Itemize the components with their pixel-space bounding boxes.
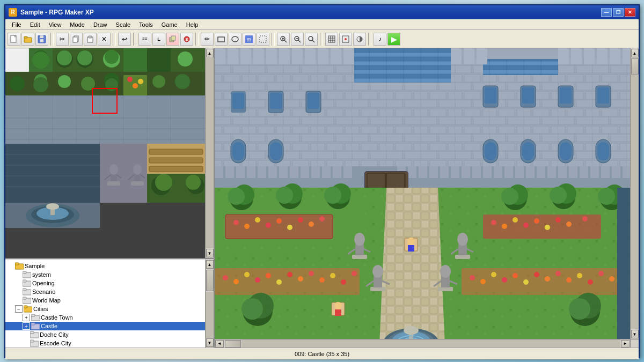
zoom-custom-button[interactable] bbox=[305, 33, 318, 46]
svg-rect-3 bbox=[24, 36, 27, 38]
svg-rect-86 bbox=[107, 181, 120, 186]
map-scroll-up[interactable]: ▲ bbox=[631, 49, 639, 57]
undo-button[interactable]: ↩ bbox=[118, 33, 131, 46]
toolbar: ✂ ✕ ↩ ≡≡ L E ✏ ⊞ bbox=[5, 30, 639, 48]
map-scroll-down[interactable]: ▼ bbox=[631, 330, 639, 338]
menu-edit[interactable]: Edit bbox=[26, 20, 45, 29]
separator-5 bbox=[272, 33, 275, 46]
ellipse-button[interactable] bbox=[229, 33, 241, 46]
menu-mode[interactable]: Mode bbox=[65, 20, 89, 29]
menu-tools[interactable]: Tools bbox=[135, 20, 157, 29]
zoom-in-button[interactable] bbox=[277, 33, 290, 46]
paste-button[interactable] bbox=[84, 33, 97, 46]
svg-rect-5 bbox=[40, 35, 43, 38]
pencil-button[interactable]: ✏ bbox=[201, 33, 214, 46]
map-canvas-area[interactable]: ▲ ▼ ◄ ► bbox=[215, 48, 639, 348]
separator-1 bbox=[50, 33, 54, 46]
tree-scroll-down[interactable]: ▼ bbox=[206, 338, 214, 347]
upper-layer-button[interactable] bbox=[166, 33, 179, 46]
tileset-scroll-down[interactable]: ▼ bbox=[206, 249, 214, 257]
tileset-scroll-up[interactable]: ▲ bbox=[206, 49, 214, 57]
svg-point-64 bbox=[133, 83, 138, 88]
map-scroll-right[interactable]: ► bbox=[621, 340, 630, 348]
tree-item-escode-city[interactable]: Escode City bbox=[5, 339, 214, 348]
svg-point-16 bbox=[232, 36, 238, 42]
svg-rect-113 bbox=[15, 263, 19, 265]
svg-point-65 bbox=[138, 79, 143, 84]
svg-point-102 bbox=[155, 174, 172, 191]
menu-view[interactable]: View bbox=[45, 20, 66, 29]
cut-button[interactable]: ✂ bbox=[56, 33, 69, 46]
svg-text:E: E bbox=[186, 38, 188, 41]
tree-scroll-up[interactable]: ▲ bbox=[206, 260, 214, 269]
event-layer-button[interactable]: E bbox=[180, 33, 193, 46]
svg-rect-51 bbox=[147, 48, 171, 72]
tileset-area[interactable]: ▲ ▼ bbox=[5, 48, 214, 259]
svg-line-28 bbox=[312, 40, 314, 42]
grid-button[interactable] bbox=[325, 33, 338, 46]
tree-vscroll[interactable]: ▲ ▼ bbox=[205, 260, 214, 348]
svg-point-44 bbox=[57, 50, 72, 65]
menu-file[interactable]: File bbox=[8, 20, 26, 29]
play-button[interactable]: ▶ bbox=[387, 33, 400, 46]
tree-item-sample[interactable]: Sample bbox=[5, 262, 214, 270]
map-scroll-thumb-v[interactable] bbox=[631, 58, 639, 75]
svg-point-55 bbox=[10, 76, 25, 91]
castle-town-expander[interactable]: + bbox=[23, 314, 30, 321]
copy-button[interactable] bbox=[70, 33, 83, 46]
map-scroll-left[interactable]: ◄ bbox=[215, 340, 224, 348]
tree-item-world-map[interactable]: World Map bbox=[5, 296, 214, 305]
svg-point-53 bbox=[178, 51, 193, 67]
menu-game[interactable]: Game bbox=[157, 20, 182, 29]
event-grid-button[interactable] bbox=[339, 33, 352, 46]
open-button[interactable] bbox=[21, 33, 34, 46]
tree-scroll-thumb[interactable] bbox=[206, 270, 214, 291]
fill-button[interactable]: ⊞ bbox=[243, 33, 255, 46]
tree-item-opening[interactable]: Opening bbox=[5, 279, 214, 287]
tree-item-doche-city[interactable]: Doche City bbox=[5, 330, 214, 339]
titlebar: R Sample - RPG Maker XP — ❐ ✕ bbox=[5, 5, 639, 19]
tree-scroll-area[interactable]: Sample system bbox=[5, 260, 214, 348]
delete-button[interactable]: ✕ bbox=[98, 33, 111, 46]
svg-rect-119 bbox=[23, 289, 26, 291]
layers-button[interactable]: ≡≡ bbox=[138, 33, 151, 46]
separator-6 bbox=[320, 33, 323, 46]
map-vscroll[interactable]: ▲ ▼ bbox=[630, 48, 639, 339]
tree-item-cities[interactable]: − Cities bbox=[5, 305, 214, 313]
svg-rect-91 bbox=[131, 181, 144, 186]
window-title: Sample - RPG Maker XP bbox=[20, 9, 601, 16]
svg-rect-123 bbox=[24, 306, 27, 308]
svg-rect-38 bbox=[5, 48, 29, 72]
menu-draw[interactable]: Draw bbox=[89, 20, 112, 29]
restore-button[interactable]: ❐ bbox=[613, 8, 624, 17]
map-hscroll[interactable]: ◄ ► bbox=[215, 339, 630, 348]
svg-point-57 bbox=[33, 77, 48, 92]
tree-item-scenario[interactable]: Scenario bbox=[5, 287, 214, 296]
castle-expander[interactable]: + bbox=[23, 322, 30, 330]
svg-point-66 bbox=[152, 75, 165, 88]
rect-button[interactable] bbox=[215, 33, 228, 46]
svg-rect-19 bbox=[260, 36, 266, 42]
svg-line-21 bbox=[284, 40, 287, 42]
music-button[interactable]: ♪ bbox=[374, 33, 386, 46]
close-button[interactable]: ✕ bbox=[625, 8, 635, 17]
select-button[interactable] bbox=[257, 33, 269, 46]
dim-button[interactable] bbox=[353, 33, 366, 46]
tree-item-system[interactable]: system bbox=[5, 270, 214, 279]
tileset-vscroll[interactable]: ▲ ▼ bbox=[205, 48, 214, 258]
tree-item-castle[interactable]: + Castle bbox=[5, 322, 214, 330]
menu-help[interactable]: Help bbox=[182, 20, 203, 29]
tree-item-castle-town[interactable]: + Castle Town bbox=[5, 313, 214, 322]
menu-scale[interactable]: Scale bbox=[112, 20, 135, 29]
svg-point-35 bbox=[345, 38, 347, 40]
cities-expander[interactable]: − bbox=[15, 305, 23, 313]
minimize-button[interactable]: — bbox=[601, 8, 612, 17]
zoom-out-button[interactable] bbox=[291, 33, 304, 46]
map-scroll-thumb-h[interactable] bbox=[225, 340, 241, 348]
svg-rect-80 bbox=[5, 144, 100, 203]
save-button[interactable] bbox=[35, 33, 48, 46]
lower-layer-button[interactable]: L bbox=[152, 33, 165, 46]
map-tree-panel: Sample system bbox=[5, 259, 214, 348]
svg-point-110 bbox=[46, 203, 59, 210]
new-button[interactable] bbox=[8, 33, 20, 46]
